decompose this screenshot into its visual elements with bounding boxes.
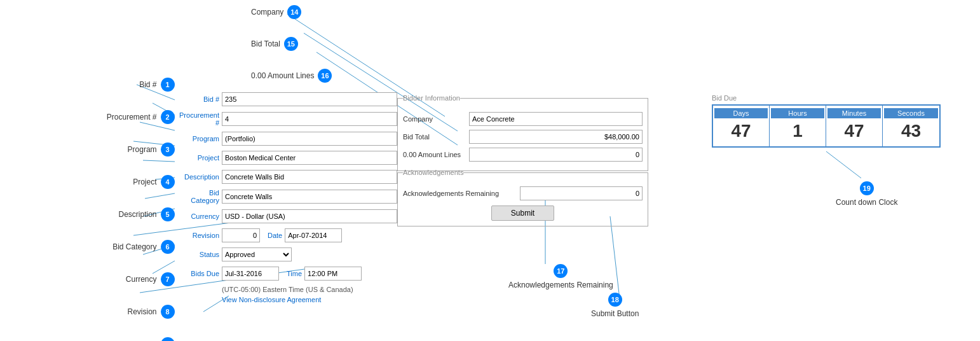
ann-currency-text: Currency bbox=[126, 275, 157, 284]
countdown-seconds-header: Seconds bbox=[884, 108, 938, 118]
form-row-currency: Currency bbox=[168, 209, 397, 223]
top-ann-company-bubble: 14 bbox=[287, 5, 301, 19]
form-program-input[interactable] bbox=[222, 132, 397, 146]
timezone-text: (UTC-05:00) Eastern Time (US & Canada) bbox=[222, 286, 397, 293]
form-bids-due-input[interactable] bbox=[222, 267, 279, 281]
form-row-bid-category: Bid Category bbox=[168, 189, 397, 204]
form-time-label: Time bbox=[287, 270, 302, 277]
form-currency-label: Currency bbox=[168, 212, 219, 220]
form-bid-category-label: Bid Category bbox=[168, 189, 219, 204]
ann-bid-hash: Bid # 1 bbox=[51, 78, 175, 92]
ann18-container: 18 Submit Button bbox=[591, 293, 639, 318]
ann-date-bubble: 9 bbox=[161, 337, 175, 341]
form-panel: Bid # Procurement # Program Project Desc… bbox=[168, 92, 397, 303]
ann17-label: Acknowledgements Remaining bbox=[508, 281, 613, 289]
top-ann-company: Company 14 Bid Total 15 0.00 Amount Line… bbox=[251, 5, 332, 83]
form-bids-due-label: Bids Due bbox=[168, 270, 219, 277]
ann-program-text: Program bbox=[128, 145, 157, 154]
bidder-info-panel: Bidder Information Company Bid Total 0.0… bbox=[397, 94, 648, 171]
page-container: Company 14 Bid Total 15 0.00 Amount Line… bbox=[0, 0, 980, 341]
form-row-program: Program bbox=[168, 132, 397, 146]
form-row-revision: Revision Date bbox=[168, 228, 397, 242]
countdown-hours-col: Hours 1 bbox=[770, 106, 826, 146]
ack-legend: Acknowledgements bbox=[403, 169, 463, 176]
countdown-seconds-col: Seconds 43 bbox=[883, 106, 939, 146]
submit-button[interactable]: Submit bbox=[491, 205, 554, 221]
form-row-description: Description bbox=[168, 170, 397, 184]
ann-revision-text: Revision bbox=[128, 307, 157, 316]
ann-program: Program 3 bbox=[51, 143, 175, 157]
ann18-bubble: 18 bbox=[608, 293, 622, 307]
ann-bid-category-text: Bid Category bbox=[112, 242, 156, 251]
bidder-amount-lines-input[interactable] bbox=[469, 148, 643, 162]
form-row-bid-hash: Bid # bbox=[168, 92, 397, 106]
form-row-status: Status Approved bbox=[168, 247, 397, 261]
form-procurement-input[interactable] bbox=[222, 112, 397, 126]
bidder-company-input[interactable] bbox=[469, 112, 643, 126]
svg-line-18 bbox=[826, 151, 861, 178]
countdown-hours-header: Hours bbox=[771, 108, 824, 118]
ann19-bubble: 19 bbox=[860, 181, 874, 195]
bid-due-label: Bid Due bbox=[712, 94, 941, 102]
countdown-panel: Bid Due Days 47 Hours 1 Minutes 47 Secon… bbox=[712, 94, 941, 148]
top-ann-amountlines-bubble: 16 bbox=[318, 69, 332, 83]
countdown-days-col: Days 47 bbox=[713, 106, 770, 146]
form-description-label: Description bbox=[168, 173, 219, 181]
countdown-hours-value: 1 bbox=[771, 118, 824, 144]
ann-project: Project 4 bbox=[51, 175, 175, 189]
top-ann-company-text: Company bbox=[251, 8, 283, 17]
ann-bid-category: Bid Category 6 bbox=[51, 240, 175, 254]
form-project-input[interactable] bbox=[222, 151, 397, 165]
bidder-bid-total-label: Bid Total bbox=[403, 133, 466, 141]
ann-procurement-text: Procurement # bbox=[107, 113, 157, 122]
countdown-seconds-value: 43 bbox=[884, 118, 938, 144]
countdown-days-value: 47 bbox=[714, 118, 768, 144]
ann-revision: Revision 8 bbox=[51, 305, 175, 319]
form-project-label: Project bbox=[168, 154, 219, 162]
ann-date: Date 9 bbox=[51, 337, 175, 341]
ann-revision-bubble: 8 bbox=[161, 305, 175, 319]
ack-remaining-label: Acknowledgements Remaining bbox=[403, 190, 517, 197]
ann-procurement: Procurement # 2 bbox=[51, 110, 175, 124]
bidder-bid-total-input[interactable] bbox=[469, 130, 643, 144]
form-currency-input[interactable] bbox=[222, 209, 397, 223]
ann-description: Description 5 bbox=[51, 207, 175, 221]
top-ann-bidtotal-bubble: 15 bbox=[284, 37, 298, 51]
bidder-amount-lines-row: 0.00 Amount Lines bbox=[403, 148, 643, 162]
ann-bid-hash-bubble: 1 bbox=[161, 78, 175, 92]
form-row-procurement: Procurement # bbox=[168, 111, 397, 127]
form-procurement-label: Procurement # bbox=[168, 111, 219, 127]
form-revision-input[interactable] bbox=[222, 228, 260, 242]
form-status-label: Status bbox=[168, 251, 219, 258]
top-ann-bidtotal-text: Bid Total bbox=[251, 39, 280, 48]
bidder-company-row: Company bbox=[403, 112, 643, 126]
form-date-input[interactable] bbox=[285, 228, 342, 242]
form-status-select[interactable]: Approved bbox=[222, 247, 292, 261]
ann17-container: 17 Acknowledgements Remaining bbox=[508, 264, 613, 289]
bidder-bid-total-row: Bid Total bbox=[403, 130, 643, 144]
countdown-days-header: Days bbox=[714, 108, 768, 118]
form-revision-label: Revision bbox=[168, 232, 219, 239]
form-bid-hash-input[interactable] bbox=[222, 92, 397, 106]
ann-project-text: Project bbox=[133, 177, 156, 186]
form-bid-category-input[interactable] bbox=[222, 190, 397, 204]
countdown-grid: Days 47 Hours 1 Minutes 47 Seconds 43 bbox=[712, 104, 941, 148]
form-program-label: Program bbox=[168, 135, 219, 143]
bidder-company-label: Company bbox=[403, 115, 466, 123]
ann19-label: Count down Clock bbox=[836, 198, 897, 207]
nda-link[interactable]: View Non-disclosure Agreement bbox=[222, 296, 397, 303]
form-row-project: Project bbox=[168, 151, 397, 165]
form-bid-hash-label: Bid # bbox=[168, 95, 219, 103]
ann17-bubble: 17 bbox=[554, 264, 568, 278]
form-time-input[interactable] bbox=[304, 267, 362, 281]
countdown-minutes-header: Minutes bbox=[827, 108, 881, 118]
ann-description-text: Description bbox=[119, 210, 157, 219]
ack-remaining-input[interactable] bbox=[520, 186, 643, 200]
countdown-minutes-col: Minutes 47 bbox=[826, 106, 883, 146]
ann19-container: 19 Count down Clock bbox=[836, 181, 897, 207]
ann-bid-hash-text: Bid # bbox=[139, 80, 156, 89]
form-date-label: Date bbox=[268, 232, 282, 239]
bidder-info-legend: Bidder Information bbox=[403, 94, 460, 102]
ack-panel: Acknowledgements Acknowledgements Remain… bbox=[397, 169, 648, 226]
form-description-input[interactable] bbox=[222, 170, 397, 184]
